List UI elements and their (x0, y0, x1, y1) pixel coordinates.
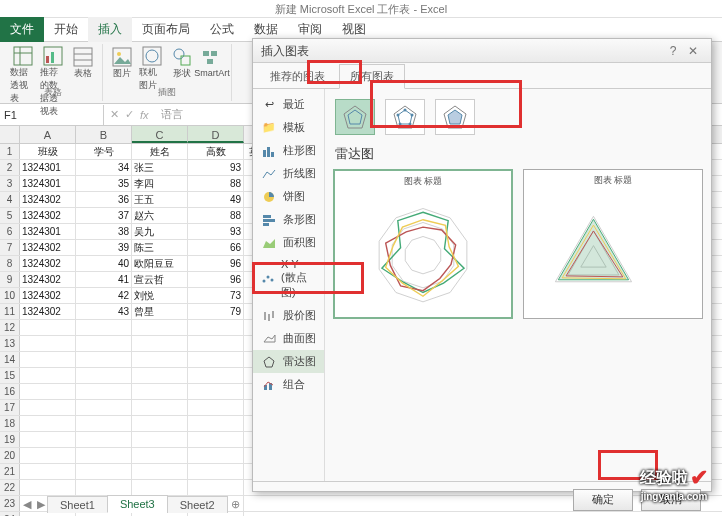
cell[interactable] (132, 368, 188, 383)
cell[interactable] (188, 384, 244, 399)
cell[interactable] (20, 368, 76, 383)
cell[interactable]: 欧阳豆豆 (132, 256, 188, 271)
row-header[interactable]: 13 (0, 336, 20, 351)
cell[interactable]: 1324302 (20, 240, 76, 255)
cat-stock[interactable]: 股价图 (253, 304, 324, 327)
radar-subtype-3[interactable] (435, 99, 475, 135)
cell[interactable]: 1324301 (20, 160, 76, 175)
sheet-tab-sheet2[interactable]: Sheet2 (167, 496, 228, 513)
radar-subtype-1[interactable] (335, 99, 375, 135)
cell[interactable] (188, 416, 244, 431)
fx-cancel-icon[interactable]: ✕ (110, 108, 119, 121)
cat-pie[interactable]: 饼图 (253, 185, 324, 208)
col-b[interactable]: B (76, 126, 132, 143)
cell[interactable] (20, 448, 76, 463)
cell[interactable]: 学号 (76, 144, 132, 159)
menu-insert[interactable]: 插入 (88, 17, 132, 42)
chart-preview-1[interactable]: 图表 标题 (333, 169, 513, 319)
cell[interactable]: 96 (188, 272, 244, 287)
cat-surface[interactable]: 曲面图 (253, 327, 324, 350)
cell[interactable]: 37 (76, 208, 132, 223)
cell[interactable] (132, 432, 188, 447)
row-header[interactable]: 22 (0, 480, 20, 495)
row-header[interactable]: 4 (0, 192, 20, 207)
sheet-nav-prev-icon[interactable]: ◀ (20, 498, 34, 511)
cell[interactable] (188, 320, 244, 335)
cell[interactable]: 79 (188, 304, 244, 319)
row-header[interactable]: 11 (0, 304, 20, 319)
cell[interactable]: 34 (76, 160, 132, 175)
cell[interactable]: 93 (188, 224, 244, 239)
tab-recommended[interactable]: 推荐的图表 (259, 64, 336, 89)
row-header[interactable]: 8 (0, 256, 20, 271)
cell[interactable]: 吴九 (132, 224, 188, 239)
row-header[interactable]: 17 (0, 400, 20, 415)
cell[interactable]: 96 (188, 256, 244, 271)
tab-all-charts[interactable]: 所有图表 (339, 64, 405, 89)
cell[interactable]: 姓名 (132, 144, 188, 159)
fx-accept-icon[interactable]: ✓ (125, 108, 134, 121)
cat-line[interactable]: 折线图 (253, 162, 324, 185)
cell[interactable] (132, 320, 188, 335)
fx-icon[interactable]: fx (140, 109, 149, 121)
row-header[interactable]: 9 (0, 272, 20, 287)
menu-home[interactable]: 开始 (44, 17, 88, 42)
cat-area[interactable]: 面积图 (253, 231, 324, 254)
row-header[interactable]: 21 (0, 464, 20, 479)
row-header[interactable]: 10 (0, 288, 20, 303)
cell[interactable]: 39 (76, 240, 132, 255)
cell[interactable] (188, 480, 244, 495)
row-header[interactable]: 24 (0, 512, 20, 516)
table-button[interactable]: 表格 (70, 46, 96, 80)
row-header[interactable]: 7 (0, 240, 20, 255)
cancel-button[interactable]: 取消 (641, 489, 701, 511)
row-header[interactable]: 20 (0, 448, 20, 463)
cell[interactable] (20, 352, 76, 367)
cell[interactable] (76, 384, 132, 399)
cell[interactable] (76, 416, 132, 431)
rec-pivot-button[interactable]: 推荐的数据透视表 (40, 46, 66, 80)
ok-button[interactable]: 确定 (573, 489, 633, 511)
row-header[interactable]: 3 (0, 176, 20, 191)
row-header[interactable]: 12 (0, 320, 20, 335)
cell[interactable] (76, 448, 132, 463)
cell[interactable] (188, 400, 244, 415)
col-d[interactable]: D (188, 126, 244, 143)
cell[interactable] (132, 352, 188, 367)
cell[interactable] (132, 384, 188, 399)
cat-recent[interactable]: ↩最近 (253, 93, 324, 116)
cell[interactable] (76, 432, 132, 447)
select-all-corner[interactable] (0, 126, 20, 143)
cat-xy[interactable]: X Y (散点图) (253, 254, 324, 304)
cell[interactable] (76, 352, 132, 367)
cell[interactable]: 73 (188, 288, 244, 303)
cat-combo[interactable]: 组合 (253, 373, 324, 396)
smartart-button[interactable]: SmartArt (199, 46, 225, 80)
cell[interactable] (20, 336, 76, 351)
cell[interactable]: 66 (188, 240, 244, 255)
cell[interactable] (188, 432, 244, 447)
cell[interactable]: 42 (76, 288, 132, 303)
cell[interactable]: 36 (76, 192, 132, 207)
pivot-table-button[interactable]: 数据透视表 (10, 46, 36, 80)
cell[interactable] (76, 480, 132, 495)
row-header[interactable]: 1 (0, 144, 20, 159)
cell[interactable]: 1324301 (20, 176, 76, 191)
cell[interactable] (20, 464, 76, 479)
cell[interactable]: 38 (76, 224, 132, 239)
radar-subtype-2[interactable] (385, 99, 425, 135)
cell[interactable] (132, 464, 188, 479)
cell[interactable] (20, 384, 76, 399)
chart-preview-2[interactable]: 图表 标题 (523, 169, 703, 319)
cell[interactable] (132, 336, 188, 351)
sheet-tab-sheet1[interactable]: Sheet1 (47, 496, 108, 513)
cell[interactable]: 1324302 (20, 288, 76, 303)
cell[interactable] (76, 400, 132, 415)
row-header[interactable]: 2 (0, 160, 20, 175)
cell[interactable]: 张三 (132, 160, 188, 175)
col-c[interactable]: C (132, 126, 188, 143)
cell[interactable]: 88 (188, 176, 244, 191)
cell[interactable] (76, 320, 132, 335)
cell[interactable] (132, 416, 188, 431)
cat-bar[interactable]: 条形图 (253, 208, 324, 231)
